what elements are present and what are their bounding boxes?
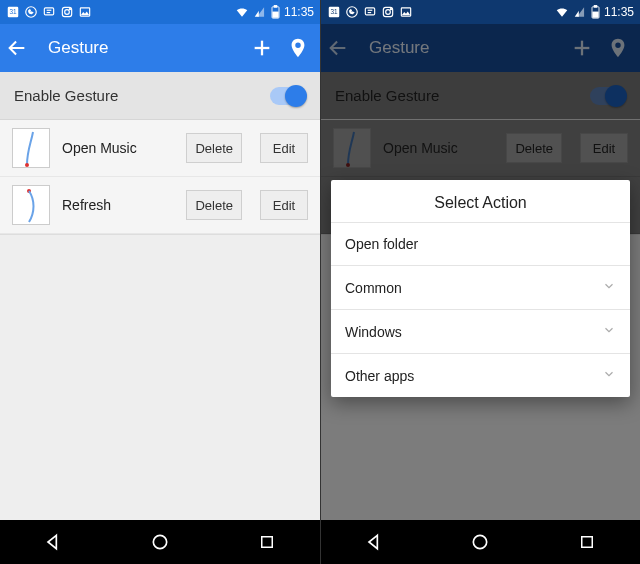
dialog-title: Select Action (331, 180, 630, 222)
svg-rect-22 (365, 8, 374, 15)
svg-point-36 (474, 535, 487, 548)
app-bar: Gesture (0, 24, 320, 72)
message-icon (42, 5, 56, 19)
dialog-item-common[interactable]: Common (331, 265, 630, 309)
battery-icon (271, 5, 280, 19)
delete-button[interactable]: Delete (186, 190, 242, 220)
chevron-down-icon (602, 367, 616, 384)
instagram-icon (381, 5, 395, 19)
enable-gesture-label: Enable Gesture (14, 87, 118, 104)
nav-back[interactable] (23, 528, 83, 556)
nav-recent[interactable] (237, 528, 297, 556)
message-icon (363, 5, 377, 19)
dialog-item-label: Open folder (345, 236, 418, 252)
instagram-icon (60, 5, 74, 19)
gesture-item: Open Music Delete Edit (0, 120, 320, 177)
gesture-label: Open Music (62, 140, 174, 156)
svg-rect-12 (273, 12, 278, 17)
nav-home[interactable] (130, 528, 190, 556)
nav-back[interactable] (344, 528, 404, 556)
wifi-icon (555, 5, 569, 19)
dialog-item-windows[interactable]: Windows (331, 309, 630, 353)
signal-icon (573, 5, 587, 19)
dialog-item-label: Windows (345, 324, 402, 340)
dialog-item-label: Other apps (345, 368, 414, 384)
enable-gesture-switch[interactable] (270, 87, 306, 105)
wifi-icon (235, 5, 249, 19)
dialog-item-other-apps[interactable]: Other apps (331, 353, 630, 397)
svg-point-7 (65, 10, 70, 15)
dialog-item-open-folder[interactable]: Open folder (331, 222, 630, 265)
select-action-dialog: Select Action Open folder Common Windows… (331, 180, 630, 397)
gallery-icon (78, 5, 92, 19)
enable-gesture-row[interactable]: Enable Gesture (0, 72, 320, 120)
signal-icon (253, 5, 267, 19)
edit-button[interactable]: Edit (260, 190, 308, 220)
svg-rect-3 (44, 8, 53, 15)
gesture-item: Refresh Delete Edit (0, 177, 320, 234)
gesture-list: Open Music Delete Edit Refresh Delete Ed… (0, 120, 320, 235)
gesture-thumbnail (12, 128, 50, 168)
svg-rect-31 (593, 12, 598, 17)
delete-button[interactable]: Delete (186, 133, 242, 163)
nav-home[interactable] (450, 528, 510, 556)
svg-rect-11 (274, 5, 277, 7)
svg-point-15 (25, 163, 29, 167)
svg-rect-37 (582, 537, 593, 548)
nav-recent[interactable] (557, 528, 617, 556)
battery-icon (591, 5, 600, 19)
gallery-icon (399, 5, 413, 19)
chevron-down-icon (602, 323, 616, 340)
edit-button[interactable]: Edit (260, 133, 308, 163)
back-icon[interactable] (6, 37, 28, 59)
svg-point-26 (386, 10, 391, 15)
page-title: Gesture (48, 38, 240, 58)
clock-text: 11:35 (604, 5, 634, 19)
clock-text: 11:35 (284, 5, 314, 19)
nav-bar (0, 520, 320, 564)
svg-rect-18 (261, 537, 272, 548)
add-icon[interactable] (250, 36, 274, 60)
phone-left: 31 11:35 Gesture Enable Gesture O (0, 0, 320, 564)
whatsapp-icon (24, 5, 38, 19)
gesture-label: Refresh (62, 197, 174, 213)
gesture-thumbnail (12, 185, 50, 225)
calendar-icon: 31 (327, 5, 341, 19)
svg-point-8 (69, 9, 70, 10)
status-bar: 31 11:35 (0, 0, 320, 24)
whatsapp-icon (345, 5, 359, 19)
location-icon[interactable] (286, 36, 310, 60)
phone-right: 31 11:35 Gesture Enable Gesture O (320, 0, 640, 564)
svg-point-27 (390, 9, 391, 10)
svg-point-17 (153, 535, 166, 548)
svg-rect-30 (594, 5, 597, 7)
chevron-down-icon (602, 279, 616, 296)
nav-bar (321, 520, 640, 564)
status-bar: 31 11:35 (321, 0, 640, 24)
calendar-icon: 31 (6, 5, 20, 19)
svg-text:31: 31 (330, 8, 338, 15)
svg-text:31: 31 (9, 8, 17, 15)
dialog-item-label: Common (345, 280, 402, 296)
